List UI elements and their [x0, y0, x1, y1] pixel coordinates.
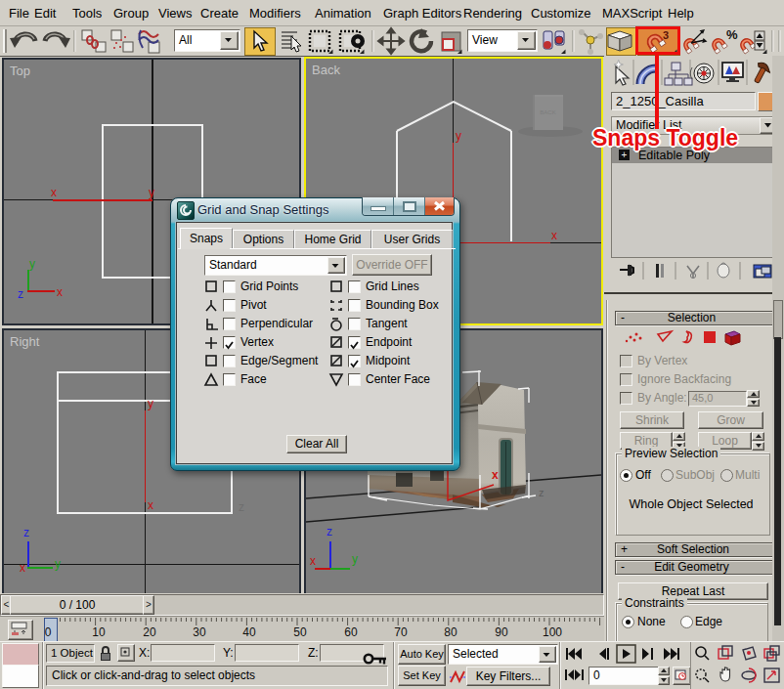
svg-text:y: y: [352, 552, 358, 566]
svg-text:z: z: [539, 487, 544, 498]
svg-text:%: %: [726, 27, 738, 42]
svg-text:x: x: [310, 554, 316, 568]
svg-text:x: x: [492, 468, 499, 482]
svg-text:z: z: [327, 525, 332, 538]
